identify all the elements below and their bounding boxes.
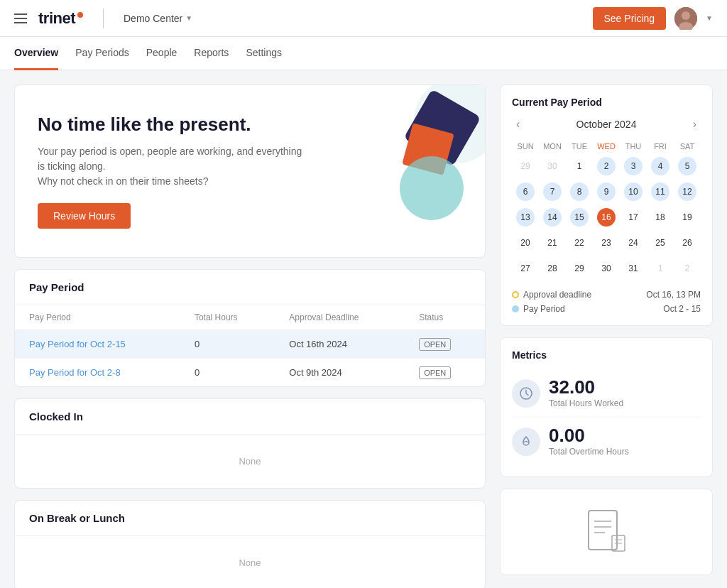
total-hours-value: 32.00 <box>549 378 623 396</box>
calendar-prev-button[interactable]: ‹ <box>512 116 524 132</box>
demo-center-selector[interactable]: Demo Center ▼ <box>124 13 192 24</box>
calendar-day[interactable]: 23 <box>593 230 620 256</box>
col-header-status: Status <box>405 305 485 330</box>
col-header-total-hours: Total Hours <box>180 305 275 330</box>
tab-pay-periods[interactable]: Pay Periods <box>75 37 129 70</box>
calendar-day[interactable]: 2 <box>674 256 701 281</box>
calendar-day[interactable]: 25 <box>647 230 674 256</box>
hero-card: No time like the present. Your pay perio… <box>14 85 486 258</box>
total-hours-info: 32.00 Total Hours Worked <box>549 378 623 408</box>
review-hours-button[interactable]: Review Hours <box>38 203 131 229</box>
cal-header-tue: TUE <box>566 139 593 153</box>
pay-period-deadline: Oct 9th 2024 <box>275 359 405 387</box>
chevron-down-icon: ▼ <box>185 14 192 22</box>
calendar-legend: Approval deadline Oct 16, 13 PM Pay Peri… <box>512 290 701 314</box>
calendar-day[interactable]: 14 <box>539 205 566 230</box>
calendar-day[interactable]: 30 <box>539 153 566 179</box>
pay-period-deadline: Oct 16th 2024 <box>275 330 405 359</box>
tab-people[interactable]: People <box>146 37 177 70</box>
see-pricing-button[interactable]: See Pricing <box>593 7 667 30</box>
demo-center-label: Demo Center <box>124 13 182 24</box>
calendar-day[interactable]: 28 <box>539 256 566 281</box>
calendar-day[interactable]: 1 <box>647 256 674 281</box>
calendar-day[interactable]: 3 <box>620 153 647 179</box>
calendar-day[interactable]: 21 <box>539 230 566 256</box>
overtime-hours-value: 0.00 <box>549 426 629 445</box>
calendar-day[interactable]: 11 <box>647 179 674 205</box>
user-menu-chevron[interactable]: ▼ <box>706 14 713 22</box>
pay-period-status: OPEN <box>405 359 485 387</box>
calendar-day[interactable]: 29 <box>566 256 593 281</box>
calendar-day[interactable]: 29 <box>512 153 539 179</box>
calendar-day[interactable]: 13 <box>512 205 539 230</box>
tab-settings[interactable]: Settings <box>246 37 282 70</box>
tab-overview[interactable]: Overview <box>14 37 58 70</box>
deco-circle-light <box>400 156 464 220</box>
table-row: Pay Period for Oct 2-8 0 Oct 9th 2024 OP… <box>15 359 485 387</box>
metrics-card: Metrics 32.00 Total Hours Worked <box>500 337 713 477</box>
nav-left: trinet Demo Center ▼ <box>14 9 192 28</box>
calendar-day[interactable]: 26 <box>674 230 701 256</box>
calendar-next-button[interactable]: › <box>689 116 701 132</box>
clocked-in-card: Clocked In None <box>14 398 486 489</box>
approval-date: Oct 16, 13 PM <box>646 290 701 300</box>
calendar-day[interactable]: 18 <box>647 205 674 230</box>
calendar-day[interactable]: 7 <box>539 179 566 205</box>
cal-header-sat: SAT <box>674 139 701 153</box>
calendar-navigation: ‹ October 2024 › <box>512 116 701 132</box>
logo-text: trinet <box>38 9 75 28</box>
calendar-section-title: Current Pay Period <box>512 97 701 108</box>
pay-period-hours: 0 <box>180 330 275 359</box>
total-hours-label: Total Hours Worked <box>549 398 623 408</box>
legend-pay-period: Pay Period Oct 2 - 15 <box>512 304 701 314</box>
clocked-in-header: Clocked In <box>15 399 485 435</box>
calendar-day[interactable]: 22 <box>566 230 593 256</box>
calendar-day[interactable]: 19 <box>674 205 701 230</box>
report-icon <box>578 503 635 560</box>
calendar-day[interactable]: 16 <box>593 205 620 230</box>
cal-header-mon: MON <box>539 139 566 153</box>
on-break-empty: None <box>15 536 485 588</box>
avatar[interactable] <box>674 7 697 30</box>
top-navigation: trinet Demo Center ▼ See Pricing ▼ <box>0 0 727 37</box>
table-row: Pay Period for Oct 2-15 0 Oct 16th 2024 … <box>15 330 485 359</box>
calendar-day[interactable]: 5 <box>674 153 701 179</box>
calendar-day[interactable]: 1 <box>566 153 593 179</box>
legend-approval-left: Approval deadline <box>512 290 591 300</box>
clocked-in-empty: None <box>15 435 485 488</box>
calendar-day[interactable]: 10 <box>620 179 647 205</box>
calendar-day[interactable]: 17 <box>620 205 647 230</box>
legend-pay-period-left: Pay Period <box>512 304 565 314</box>
cal-header-fri: FRI <box>647 139 674 153</box>
right-column: Current Pay Period ‹ October 2024 › SUN … <box>500 85 713 588</box>
pay-period-table: Pay Period Total Hours Approval Deadline… <box>15 305 485 386</box>
calendar-card: Current Pay Period ‹ October 2024 › SUN … <box>500 85 713 326</box>
calendar-day[interactable]: 20 <box>512 230 539 256</box>
pay-period-name[interactable]: Pay Period for Oct 2-8 <box>15 359 180 387</box>
calendar-day[interactable]: 31 <box>620 256 647 281</box>
pay-period-label: Pay Period <box>523 304 565 314</box>
overtime-hours-metric: 0.00 Total Overtime Hours <box>512 418 701 465</box>
calendar-day[interactable]: 4 <box>647 153 674 179</box>
calendar-day[interactable]: 2 <box>593 153 620 179</box>
sub-navigation: Overview Pay Periods People Reports Sett… <box>0 37 727 70</box>
hamburger-menu[interactable] <box>14 13 27 23</box>
calendar-day[interactable]: 30 <box>593 256 620 281</box>
pay-period-status: OPEN <box>405 330 485 359</box>
tab-reports[interactable]: Reports <box>194 37 229 70</box>
calendar-day[interactable]: 15 <box>566 205 593 230</box>
calendar-day[interactable]: 9 <box>593 179 620 205</box>
calendar-day[interactable]: 6 <box>512 179 539 205</box>
calendar-day[interactable]: 12 <box>674 179 701 205</box>
overtime-icon <box>512 428 540 456</box>
calendar-day[interactable]: 27 <box>512 256 539 281</box>
calendar-day[interactable]: 8 <box>566 179 593 205</box>
hero-decoration <box>357 85 485 257</box>
on-break-header: On Break or Lunch <box>15 501 485 536</box>
calendar-day[interactable]: 24 <box>620 230 647 256</box>
svg-point-1 <box>682 11 690 20</box>
calendar-grid: SUN MON TUE WED THU FRI SAT 293012345678… <box>512 139 701 281</box>
logo: trinet <box>38 9 83 28</box>
pay-period-date: Oct 2 - 15 <box>663 304 701 314</box>
pay-period-name[interactable]: Pay Period for Oct 2-15 <box>15 330 180 359</box>
